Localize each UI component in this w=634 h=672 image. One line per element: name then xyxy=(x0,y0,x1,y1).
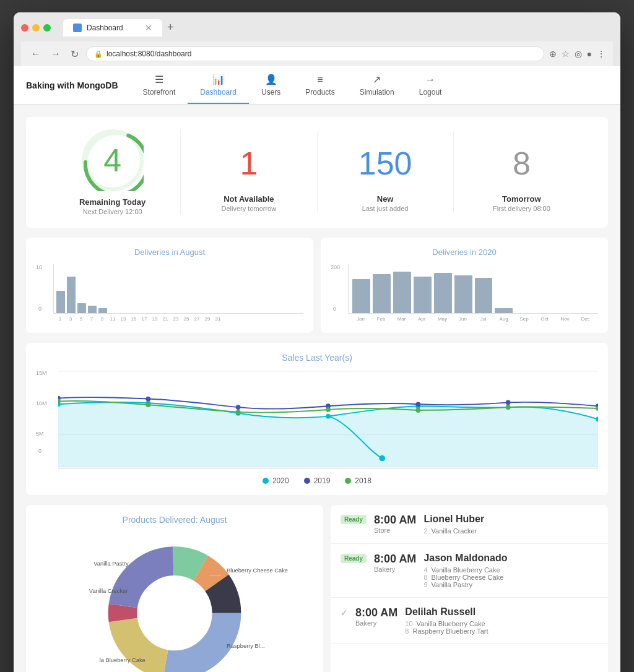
app-brand: Baking with MongoDB xyxy=(26,80,118,90)
stat-label-not-available: Not Available xyxy=(193,194,304,204)
sales-chart-svg xyxy=(58,370,598,469)
refresh-button[interactable]: ↻ xyxy=(68,47,81,61)
browser-tab[interactable]: Dashboard ✕ xyxy=(63,19,162,37)
tab-icon xyxy=(73,24,82,32)
stat-label-new: New xyxy=(330,194,441,204)
d10 xyxy=(236,405,241,410)
legend-2018: 2018 xyxy=(345,476,371,485)
x-month-nov: Nov xyxy=(556,316,574,322)
cast-icon[interactable]: ⊕ xyxy=(549,49,557,59)
profile-icon[interactable]: ● xyxy=(587,49,592,59)
stat-sub-tomorrow: First delivery 08:00 xyxy=(466,205,577,212)
product-name: Raspberry Blueberry Tart xyxy=(412,627,488,635)
nav-label-logout: Logout xyxy=(419,88,442,97)
nav-label-simulation: Simulation xyxy=(360,88,394,97)
close-button[interactable] xyxy=(21,24,28,32)
x-month-feb: Feb xyxy=(372,316,390,322)
bar-nov xyxy=(556,312,574,313)
donut-label-vanilla-blueberry: la Blueberry Cake xyxy=(100,657,145,663)
delivery-details-3: Delilah Russell 10 Vanilla Blueberry Cak… xyxy=(405,606,488,635)
maximize-button[interactable] xyxy=(43,24,51,32)
legend-dot-2019 xyxy=(304,478,310,484)
product-num: 2 xyxy=(423,527,427,535)
delivery-name-1: Lionel Huber xyxy=(423,514,484,525)
nav-item-dashboard[interactable]: 📊 Dashboard xyxy=(188,66,249,104)
delivery-time-block-3: 8:00 AM Bakery xyxy=(355,606,397,627)
bar-4 xyxy=(88,306,97,313)
delivery-details-2: Jason Maldonado 4 Vanilla Blueberry Cake… xyxy=(423,553,507,588)
settings-icon[interactable]: ⋮ xyxy=(597,49,606,59)
tab-close-button[interactable]: ✕ xyxy=(145,23,152,33)
stat-tomorrow: 8 Tomorrow First delivery 08:00 xyxy=(454,132,589,212)
bar-1 xyxy=(56,291,65,313)
simulation-icon: ↗ xyxy=(373,74,381,85)
x-label-16: 31 xyxy=(214,316,222,322)
stat-label-tomorrow: Tomorrow xyxy=(466,194,577,204)
legend-label-2018: 2018 xyxy=(355,476,371,485)
svg-point-0 xyxy=(85,133,144,191)
x-month-jun: Jun xyxy=(454,316,472,322)
y-max-2020: 200 xyxy=(331,264,340,270)
delivery-products-3: 10 Vanilla Blueberry Cake 8 Raspberry Bl… xyxy=(405,620,488,635)
x-label-4: 7 xyxy=(87,316,96,322)
delivery-product-item: 8 Raspberry Blueberry Tart xyxy=(405,627,488,635)
nav-item-storefront[interactable]: ☰ Storefront xyxy=(131,66,188,104)
minimize-button[interactable] xyxy=(32,24,40,32)
product-num: 9 xyxy=(423,581,427,588)
sales-y-15m: 15M xyxy=(36,370,47,376)
nav-item-simulation[interactable]: ↗ Simulation xyxy=(347,66,407,104)
nav-item-products[interactable]: ≡ Products xyxy=(293,67,347,104)
d19 xyxy=(415,408,420,413)
nav-item-users[interactable]: 👤 Users xyxy=(249,66,293,104)
stat-remaining-today: 4 Remaining Today Next Delivery 12:00 xyxy=(45,129,181,215)
donut-label-vanilla-cracker: Vanilla Cracker xyxy=(89,588,128,594)
chart-legend: 2020 2019 2018 xyxy=(36,476,598,485)
sales-chart-box: Sales Last Year(s) 15M 10M 5M 0 xyxy=(26,343,608,495)
y-max-august: 10 xyxy=(36,264,42,270)
donut-title: Products Delivered: August xyxy=(36,515,313,525)
x-label-7: 13 xyxy=(119,316,128,322)
bottom-row: Products Delivered: August xyxy=(26,505,608,672)
bar-7 xyxy=(119,312,128,313)
bar-13 xyxy=(183,312,191,313)
sales-dot-2020 xyxy=(379,455,385,462)
delivery-products-1: 2 Vanilla Cracker xyxy=(423,527,484,535)
donut-container: Blueberry Cheese Cake Vanilla Pastry Van… xyxy=(36,532,313,672)
x-label-8: 15 xyxy=(129,316,138,322)
nav-label-users: Users xyxy=(261,88,280,97)
sales-y-10m: 10M xyxy=(36,400,47,407)
sales-chart-title: Sales Last Year(s) xyxy=(36,353,598,363)
legend-label-2020: 2020 xyxy=(272,476,289,485)
product-name: Vanilla Blueberry Cake xyxy=(432,566,500,574)
forward-button[interactable]: → xyxy=(48,47,63,61)
d9 xyxy=(145,397,150,402)
new-tab-button[interactable]: + xyxy=(162,19,179,37)
nav-item-logout[interactable]: → Logout xyxy=(407,67,454,104)
bar-sep xyxy=(515,312,533,313)
delivery-products-2: 4 Vanilla Blueberry Cake 8 Blueberry Che… xyxy=(423,566,507,588)
delivery-time-2: 8:00 AM xyxy=(374,553,416,566)
x-month-apr: Apr xyxy=(413,316,431,322)
bar-oct xyxy=(536,312,554,313)
bookmark-icon[interactable]: ☆ xyxy=(562,49,570,59)
x-month-oct: Oct xyxy=(536,316,554,322)
dashboard-icon: 📊 xyxy=(212,74,225,85)
bar-jun xyxy=(454,275,472,313)
donut-svg: Blueberry Cheese Cake Vanilla Pastry Van… xyxy=(36,532,313,672)
delivery-item-delilah: ✓ 8:00 AM Bakery Delilah Russell 10 Vani… xyxy=(331,598,608,644)
x-label-10: 19 xyxy=(150,316,159,322)
storefront-icon: ☰ xyxy=(155,74,163,85)
nav-items: ☰ Storefront 📊 Dashboard 👤 Users ≡ Produ… xyxy=(131,66,454,104)
delivery-product-item: 2 Vanilla Cracker xyxy=(423,527,484,535)
nav-label-storefront: Storefront xyxy=(143,88,176,97)
delivery-product-item: 10 Vanilla Blueberry Cake xyxy=(405,620,488,627)
shield-icon[interactable]: ◎ xyxy=(575,49,582,59)
delivery-item-lionel: Ready 8:00 AM Store Lionel Huber 2 Vanil… xyxy=(331,505,608,544)
delivery-item-jason: Ready 8:00 AM Bakery Jason Maldonado 4 V… xyxy=(331,544,608,598)
address-bar[interactable]: 🔒 localhost:8080/dashboard xyxy=(86,46,544,61)
d4 xyxy=(326,414,331,419)
back-button[interactable]: ← xyxy=(28,47,43,61)
delivery-type-3: Bakery xyxy=(355,619,397,627)
products-icon: ≡ xyxy=(317,74,323,85)
tab-bar: Dashboard ✕ + xyxy=(63,19,179,37)
